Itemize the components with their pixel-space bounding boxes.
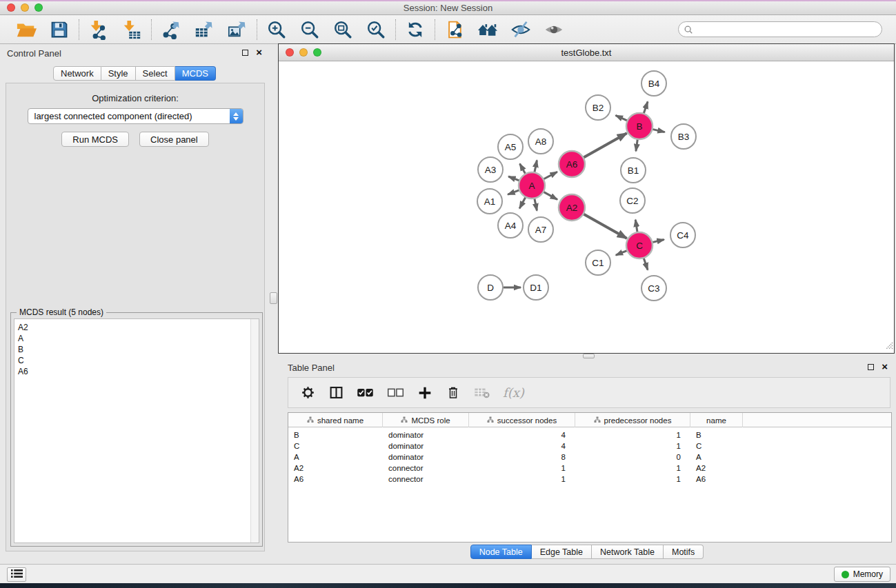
close-panel-button[interactable]: Close panel bbox=[139, 132, 209, 147]
mcds-result-list[interactable]: A2ABCA6 bbox=[14, 318, 259, 543]
hide-panel-icon[interactable] bbox=[510, 19, 532, 41]
node-D1[interactable]: D1 bbox=[524, 275, 548, 300]
add-row-icon[interactable] bbox=[417, 385, 432, 401]
node-C3[interactable]: C3 bbox=[641, 276, 666, 301]
vertical-splitter-grip[interactable] bbox=[270, 292, 277, 304]
refresh-layout-icon[interactable] bbox=[404, 19, 426, 41]
result-scrollbar[interactable] bbox=[250, 319, 259, 543]
node-A8[interactable]: A8 bbox=[528, 129, 553, 154]
column-header-name[interactable]: name bbox=[690, 413, 743, 427]
tab-mcds[interactable]: MCDS bbox=[175, 66, 216, 81]
window-resize-grip-icon[interactable] bbox=[884, 340, 893, 352]
node-B4[interactable]: B4 bbox=[641, 71, 666, 96]
clone-network-icon[interactable] bbox=[444, 19, 466, 41]
edge-B-B3[interactable] bbox=[652, 129, 664, 132]
tab-node-table[interactable]: Node Table bbox=[470, 545, 532, 559]
tab-select[interactable]: Select bbox=[136, 66, 175, 81]
tab-network[interactable]: Network bbox=[53, 66, 101, 81]
node-A4[interactable]: A4 bbox=[498, 213, 523, 238]
node-A7[interactable]: A7 bbox=[528, 217, 553, 242]
delete-row-icon[interactable] bbox=[446, 385, 461, 401]
node-D[interactable]: D bbox=[478, 275, 503, 300]
edge-A-A4[interactable] bbox=[519, 197, 526, 209]
network-window-titlebar[interactable]: testGlobe.txt bbox=[279, 44, 894, 61]
zoom-out-icon[interactable] bbox=[299, 19, 321, 41]
export-image-icon[interactable] bbox=[226, 19, 248, 41]
table-close-panel-icon[interactable]: × bbox=[882, 361, 888, 373]
float-panel-icon[interactable] bbox=[242, 50, 248, 56]
network-canvas[interactable]: B4B2BB3A5A8A6A3AB1A1C2A2A4A7C4CC1C3DD1 bbox=[279, 61, 894, 353]
result-list-item[interactable]: A2 bbox=[14, 322, 259, 333]
result-list-item[interactable]: A6 bbox=[14, 366, 259, 377]
search-input[interactable] bbox=[678, 21, 882, 37]
edge-A-A1[interactable] bbox=[508, 190, 519, 194]
node-B3[interactable]: B3 bbox=[671, 124, 696, 149]
node-A1[interactable]: A1 bbox=[477, 189, 502, 214]
node-A5[interactable]: A5 bbox=[498, 134, 523, 159]
memory-button[interactable]: Memory bbox=[834, 567, 890, 582]
edge-A-A5[interactable] bbox=[520, 163, 526, 174]
result-list-item[interactable]: A bbox=[14, 333, 259, 344]
export-table-icon[interactable] bbox=[193, 19, 215, 41]
run-mcds-button[interactable]: Run MCDS bbox=[61, 132, 129, 147]
edge-A-A7[interactable] bbox=[535, 199, 537, 211]
table-row[interactable]: A6connector11A6 bbox=[288, 474, 891, 485]
settings-icon[interactable] bbox=[300, 385, 315, 401]
home-icon[interactable] bbox=[477, 19, 499, 41]
edge-C-C4[interactable] bbox=[652, 239, 664, 242]
tab-edge-table[interactable]: Edge Table bbox=[532, 545, 592, 559]
tab-motifs[interactable]: Motifs bbox=[664, 545, 704, 559]
close-panel-icon[interactable]: × bbox=[256, 46, 262, 59]
zoom-fit-icon[interactable] bbox=[332, 19, 354, 41]
edge-C-C2[interactable] bbox=[635, 220, 637, 233]
edge-C-C1[interactable] bbox=[616, 250, 628, 255]
node-B1[interactable]: B1 bbox=[621, 158, 646, 183]
horizontal-splitter-grip[interactable] bbox=[583, 354, 595, 358]
table-row[interactable]: Adominator80A bbox=[288, 452, 891, 463]
column-header-successor-nodes[interactable]: successor nodes bbox=[469, 413, 575, 427]
node-C[interactable]: C bbox=[626, 232, 653, 258]
edge-A-A6[interactable] bbox=[544, 172, 557, 179]
node-A6[interactable]: A6 bbox=[559, 151, 585, 177]
table-row[interactable]: A2connector11A2 bbox=[288, 463, 891, 474]
save-session-icon[interactable] bbox=[48, 19, 70, 41]
node-C1[interactable]: C1 bbox=[586, 250, 610, 275]
node-A3[interactable]: A3 bbox=[478, 157, 503, 182]
zoom-in-icon[interactable] bbox=[266, 19, 288, 41]
columns-icon[interactable] bbox=[328, 385, 344, 401]
column-header-shared-name[interactable]: shared name bbox=[288, 413, 383, 427]
column-header-predecessor-nodes[interactable]: predecessor nodes bbox=[575, 413, 690, 427]
edge-A-A3[interactable] bbox=[508, 176, 519, 181]
zoom-selected-icon[interactable] bbox=[365, 19, 387, 41]
column-header-mcds-role[interactable]: MCDS role bbox=[383, 413, 469, 427]
edge-A-A2[interactable] bbox=[544, 192, 557, 199]
edge-A6-B[interactable] bbox=[584, 133, 627, 157]
edge-A-A8[interactable] bbox=[535, 160, 537, 172]
node-A2[interactable]: A2 bbox=[559, 194, 585, 221]
tab-network-table[interactable]: Network Table bbox=[592, 545, 664, 559]
export-network-icon[interactable] bbox=[160, 19, 182, 41]
show-panel-icon[interactable] bbox=[543, 19, 565, 41]
delete-table-icon[interactable] bbox=[474, 385, 490, 401]
result-list-item[interactable]: B bbox=[14, 344, 259, 355]
import-network-icon[interactable] bbox=[88, 19, 110, 41]
table-row[interactable]: Cdominator41C bbox=[288, 440, 891, 452]
edge-A2-C[interactable] bbox=[584, 214, 627, 238]
edge-B-B2[interactable] bbox=[616, 115, 628, 121]
table-row[interactable]: Bdominator41B bbox=[288, 429, 891, 440]
table-float-panel-icon[interactable] bbox=[868, 364, 874, 370]
optimization-criterion-select[interactable]: largest connected component (directed) bbox=[28, 108, 243, 124]
node-table[interactable]: shared nameMCDS rolesuccessor nodesprede… bbox=[288, 412, 892, 543]
task-history-button[interactable] bbox=[7, 567, 26, 582]
unselect-all-icon[interactable] bbox=[387, 385, 404, 401]
result-list-item[interactable]: C bbox=[14, 355, 259, 366]
tab-style[interactable]: Style bbox=[101, 66, 136, 81]
node-C2[interactable]: C2 bbox=[620, 188, 645, 213]
node-C4[interactable]: C4 bbox=[670, 223, 695, 247]
edge-B-B4[interactable] bbox=[644, 102, 648, 114]
function-builder-icon[interactable]: f(x) bbox=[503, 385, 524, 401]
edge-C-C3[interactable] bbox=[644, 258, 648, 270]
import-table-icon[interactable] bbox=[121, 19, 143, 41]
open-file-icon[interactable] bbox=[15, 19, 37, 41]
node-A[interactable]: A bbox=[519, 172, 545, 199]
